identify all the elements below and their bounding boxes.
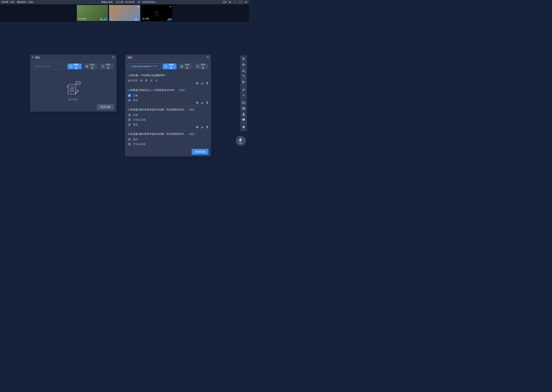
back-icon[interactable] <box>32 56 34 59</box>
edit-question-icon[interactable] <box>201 126 203 128</box>
add-choice-button[interactable]: ◉选择题 <box>178 63 192 69</box>
option-bubble: C <box>128 123 131 126</box>
svg-point-1 <box>230 2 231 3</box>
class-duration: 已上课：02:34:09 <box>116 0 134 4</box>
video-name: 王小明 <box>142 17 149 21</box>
video-name: 叮当老师 <box>78 17 87 21</box>
toolbox-tool[interactable] <box>241 106 246 111</box>
question-actions <box>196 82 209 84</box>
move-question-icon[interactable] <box>196 126 199 128</box>
save-quiz-button[interactable]: 保存试卷 <box>97 104 114 110</box>
svg-point-21 <box>243 119 244 120</box>
question-title: 1 [简答题] 一年四季分别是哪四季？ <box>128 74 209 77</box>
add-shortanswer-button[interactable]: T简答题 <box>100 63 114 69</box>
quiz-panel-empty: 测验 ✓判断题 ◉选择题 T简答题 暂无试题 保存试卷 <box>30 54 116 112</box>
quiz-name-input[interactable] <box>128 63 161 69</box>
panel-title: 测验 <box>127 56 207 59</box>
close-icon[interactable] <box>245 0 248 4</box>
fullscreen-icon[interactable] <box>239 0 242 4</box>
add-judge-button[interactable]: ✓判断题 <box>163 63 176 69</box>
delete-question-icon[interactable] <box>206 101 209 104</box>
option-bubble: B <box>128 118 131 122</box>
class-id: ID：2020070324 <box>138 0 155 4</box>
text-tool[interactable] <box>241 73 246 79</box>
mic-icon[interactable] <box>138 18 139 21</box>
network-status: 网络状态：良好 <box>17 0 33 4</box>
option-bubble: B <box>128 142 131 146</box>
laser-tool[interactable] <box>241 92 246 98</box>
chat-tool[interactable] <box>241 117 246 123</box>
svg-point-12 <box>79 83 79 83</box>
move-question-icon[interactable] <box>196 101 199 104</box>
minimize-icon[interactable] <box>234 0 237 4</box>
person-tool[interactable] <box>241 112 246 117</box>
video-close-icon[interactable]: ✕ <box>138 5 139 8</box>
topbar: 丢包率：0% 网络状态：良好 神秘大自然 已上课：02:34:09 ID：202… <box>0 0 249 4</box>
delete-question-icon[interactable] <box>206 82 209 84</box>
cursor-sparkle-tool[interactable] <box>241 56 246 62</box>
delete-question-icon[interactable] <box>206 126 209 128</box>
question-item: 2 [判断题] 我国宪法上一次更新是在2020年。 （2分）A正确B错误 <box>128 87 209 106</box>
panel-close-icon[interactable] <box>112 56 114 59</box>
question-title: 4 [多选题] 施华洛世奇是反华品牌，所以梁鼎琪反华。 （2分） <box>128 133 209 136</box>
mic-icon[interactable] <box>106 18 107 21</box>
add-shortanswer-button[interactable]: T简答题 <box>195 63 209 69</box>
eraser-tool[interactable] <box>241 87 246 92</box>
add-judge-button[interactable]: ✓判断题 <box>67 63 82 69</box>
svg-point-14 <box>242 82 243 83</box>
option-bubble: A <box>128 94 131 97</box>
move-tool[interactable] <box>241 62 246 67</box>
option-bubble: B <box>128 98 131 102</box>
save-quiz-button[interactable]: 保存试卷 <box>192 149 209 155</box>
add-choice-button[interactable]: ◉选择题 <box>84 63 98 69</box>
move-question-icon[interactable] <box>196 82 199 84</box>
question-option[interactable]: A正确 <box>128 113 209 117</box>
question-title: 2 [判断题] 我国宪法上一次更新是在2020年。 （2分） <box>128 89 209 92</box>
empty-state: 暂无试题 <box>33 72 114 102</box>
svg-point-13 <box>242 81 243 82</box>
video-name: Nina <box>110 18 115 21</box>
settings-icon[interactable] <box>228 0 232 4</box>
quiz-name-input[interactable] <box>33 63 65 69</box>
svg-point-15 <box>243 95 244 96</box>
handraise-count: 0/2 <box>240 142 242 144</box>
edit-question-icon[interactable] <box>201 82 203 84</box>
option-bubble: A <box>128 138 131 141</box>
svg-point-22 <box>244 119 244 120</box>
svg-point-10 <box>77 83 77 83</box>
option-bubble: A <box>128 113 131 117</box>
edit-question-icon[interactable] <box>201 101 203 104</box>
scissors-tool[interactable] <box>241 79 246 84</box>
video-tile[interactable]: ✕Nina <box>109 5 140 21</box>
question-title: 3 [单选题] 施华洛世奇是反华品牌，所以梁鼎琪反华。 （2分） <box>128 108 209 112</box>
panel-close-icon[interactable] <box>207 56 209 59</box>
question-item: 3 [单选题] 施华洛世奇是反华品牌，所以梁鼎琪反华。 （2分）A正确B不完全正… <box>128 106 209 131</box>
target-icon[interactable] <box>135 18 137 21</box>
volume-icon <box>167 18 169 21</box>
video-close-icon[interactable]: ✕ <box>170 5 172 8</box>
volume-icon <box>103 18 105 21</box>
bell-tool[interactable] <box>241 125 246 130</box>
target-icon[interactable] <box>100 18 102 21</box>
question-item: 1 [简答题] 一年四季分别是哪四季？参考答案：春、夏、秋、冬 <box>128 72 209 87</box>
svg-point-3 <box>156 12 157 13</box>
right-toolbar <box>240 55 247 131</box>
svg-point-20 <box>243 119 243 120</box>
mic-icon[interactable] <box>170 18 172 21</box>
handraise-badge[interactable]: 0/2 <box>236 136 246 146</box>
svg-point-11 <box>78 83 78 83</box>
video-tile[interactable]: 叮当老师 <box>77 5 108 21</box>
question-option[interactable]: B不完全正确 <box>128 142 209 146</box>
empty-illustration-icon <box>65 81 82 96</box>
empty-text: 暂无试题 <box>69 98 78 101</box>
svg-rect-4 <box>68 84 76 94</box>
folder-tool[interactable] <box>241 100 246 105</box>
camera-toggle-icon[interactable] <box>223 0 226 4</box>
pen-tool[interactable] <box>241 68 246 73</box>
packet-loss-stat: 丢包率：0% <box>1 0 14 4</box>
question-option[interactable]: A是的 <box>128 138 209 141</box>
question-option[interactable]: B不完全正确 <box>128 118 209 122</box>
svg-rect-0 <box>223 1 225 3</box>
video-tile[interactable]: ✕王小明 <box>141 5 172 21</box>
question-option[interactable]: A正确 <box>128 94 209 97</box>
